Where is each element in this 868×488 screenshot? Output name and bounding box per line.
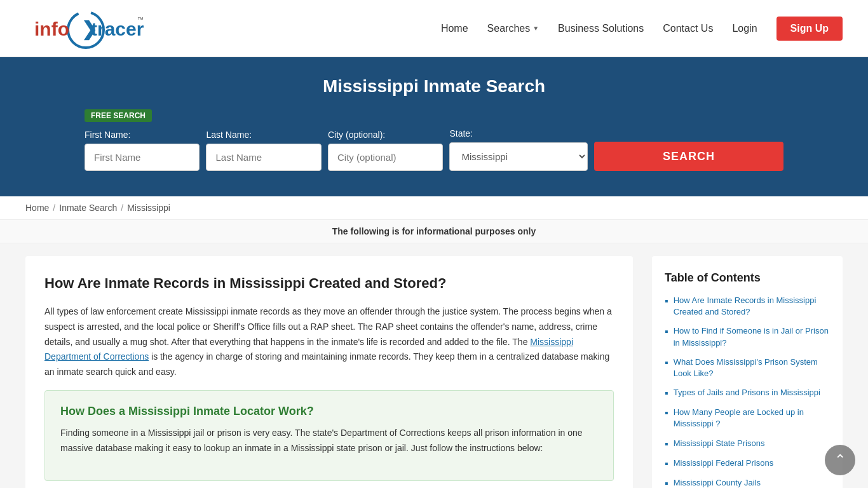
green-box-paragraph: Finding someone in a Mississippi jail or… [60, 426, 598, 456]
svg-text:tracer: tracer [91, 18, 144, 39]
last-name-group: Last Name: [206, 130, 321, 171]
searches-chevron-icon: ▼ [532, 25, 539, 32]
nav-business-solutions[interactable]: Business Solutions [558, 23, 644, 34]
hero-title: Mississippi Inmate Search [25, 76, 843, 97]
toc-link-1[interactable]: How to Find if Someone is in Jail or Pri… [674, 325, 830, 348]
toc-bullet-icon: ▪ [665, 458, 668, 470]
nav-home[interactable]: Home [441, 23, 468, 34]
toc-bullet-icon: ▪ [665, 407, 668, 419]
toc-bullet-icon: ▪ [665, 357, 668, 369]
breadcrumb-home[interactable]: Home [25, 203, 49, 213]
svg-text:™: ™ [137, 16, 144, 23]
logo-image: info ❯ tracer ™ [25, 8, 146, 49]
toc-link-6[interactable]: Mississippi Federal Prisons [674, 458, 774, 469]
toc-bullet-icon: ▪ [665, 438, 668, 450]
hero-section: Mississippi Inmate Search FREE SEARCH Fi… [0, 57, 868, 196]
main-nav: Home Searches ▼ Business Solutions Conta… [441, 17, 843, 41]
toc-item: ▪ How Are Inmate Records in Mississippi … [665, 295, 830, 318]
state-select[interactable]: Mississippi Alabama Alaska Arizona [449, 142, 588, 171]
logo-area: info ❯ tracer ™ [25, 8, 146, 49]
breadcrumb-sep-2: / [121, 203, 123, 213]
city-input[interactable] [328, 144, 443, 171]
toc-bullet-icon: ▪ [665, 326, 668, 337]
sidebar: Table of Contents ▪ How Are Inmate Recor… [652, 256, 843, 488]
login-button[interactable]: Login [732, 23, 757, 34]
toc-link-4[interactable]: How Many People are Locked up in Mississ… [674, 407, 830, 430]
nav-contact-us[interactable]: Contact Us [663, 23, 713, 34]
toc-list: ▪ How Are Inmate Records in Mississippi … [665, 295, 830, 488]
toc-item: ▪ How to Find if Someone is in Jail or P… [665, 325, 830, 348]
toc-item: ▪ Types of Jails and Prisons in Mississi… [665, 387, 830, 399]
free-search-badge: FREE SEARCH [85, 109, 152, 122]
toc-link-5[interactable]: Mississippi State Prisons [674, 438, 765, 449]
breadcrumb-sep-1: / [53, 203, 55, 213]
toc-item: ▪ What Does Mississippi's Prison System … [665, 356, 830, 379]
site-header: info ❯ tracer ™ Home Searches ▼ Business… [0, 0, 868, 57]
toc-heading: Table of Contents [665, 271, 830, 285]
toc-bullet-icon: ▪ [665, 295, 668, 307]
last-name-label: Last Name: [206, 130, 252, 140]
toc-item: ▪ How Many People are Locked up in Missi… [665, 407, 830, 430]
first-name-group: First Name: [85, 130, 200, 171]
main-content: How Are Inmate Records in Mississippi Cr… [0, 243, 868, 488]
svg-text:info: info [34, 18, 69, 39]
green-box: How Does a Mississippi Inmate Locator Wo… [44, 390, 614, 481]
scroll-top-button[interactable]: ⌃ [825, 445, 855, 475]
state-group: State: Mississippi Alabama Alaska Arizon… [449, 128, 588, 171]
breadcrumb: Home / Inmate Search / Mississippi [25, 203, 843, 213]
info-bar: The following is for informational purpo… [0, 220, 868, 243]
article: How Are Inmate Records in Mississippi Cr… [25, 256, 633, 488]
last-name-input[interactable] [206, 144, 321, 171]
toc-item: ▪ Mississippi State Prisons [665, 438, 830, 450]
breadcrumb-bar: Home / Inmate Search / Mississippi [0, 196, 868, 220]
toc-bullet-icon: ▪ [665, 388, 668, 399]
state-label: State: [449, 128, 473, 139]
toc-link-0[interactable]: How Are Inmate Records in Mississippi Cr… [674, 295, 830, 318]
first-name-label: First Name: [85, 130, 130, 140]
toc-link-7[interactable]: Mississippi County Jails [674, 477, 761, 489]
breadcrumb-state: Mississippi [127, 203, 170, 213]
city-group: City (optional): [328, 130, 443, 171]
toc-item: ▪ Mississippi County Jails [665, 477, 830, 489]
search-form: First Name: Last Name: City (optional): … [85, 128, 783, 171]
search-button[interactable]: SEARCH [594, 142, 783, 171]
breadcrumb-inmate-search[interactable]: Inmate Search [59, 203, 117, 213]
toc-link-2[interactable]: What Does Mississippi's Prison System Lo… [674, 356, 830, 379]
city-label: City (optional): [328, 130, 385, 140]
nav-searches[interactable]: Searches ▼ [487, 23, 539, 34]
toc-item: ▪ Mississippi Federal Prisons [665, 458, 830, 470]
toc-box: Table of Contents ▪ How Are Inmate Recor… [652, 256, 843, 488]
toc-bullet-icon: ▪ [665, 478, 668, 489]
first-name-input[interactable] [85, 144, 200, 171]
signup-button[interactable]: Sign Up [776, 17, 843, 41]
article-heading: How Are Inmate Records in Mississippi Cr… [44, 275, 614, 292]
article-paragraph-1: All types of law enforcement create Miss… [44, 304, 614, 380]
green-box-heading: How Does a Mississippi Inmate Locator Wo… [60, 405, 598, 418]
toc-link-3[interactable]: Types of Jails and Prisons in Mississipp… [674, 387, 820, 398]
